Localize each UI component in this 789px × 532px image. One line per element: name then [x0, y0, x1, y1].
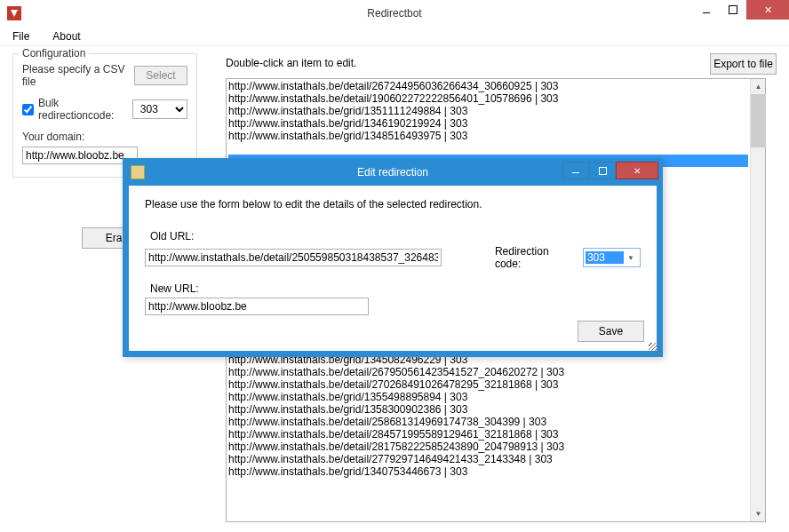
scroll-thumb[interactable]	[751, 94, 766, 147]
dialog-icon	[131, 165, 145, 179]
minimize-button[interactable]	[693, 0, 720, 20]
list-item[interactable]: http://www.instathals.be/detail/19060227…	[228, 92, 748, 105]
old-url-input[interactable]	[145, 249, 442, 266]
list-item[interactable]: http://www.instathals.be/detail/27792971…	[228, 453, 748, 465]
list-item[interactable]: http://www.instathals.be/detail/28457199…	[228, 428, 748, 441]
dialog-title: Edit redirection	[357, 166, 428, 179]
menu-file[interactable]: File	[9, 28, 33, 44]
config-group-title: Configuration	[19, 47, 89, 60]
close-button[interactable]	[746, 0, 789, 20]
dialog-instruction: Please use the form below to edit the de…	[145, 198, 641, 210]
new-url-label: New URL:	[150, 282, 641, 295]
list-item[interactable]: http://www.instathals.be/grid/1355498895…	[228, 391, 748, 403]
window-title: Redirectbot	[367, 7, 421, 20]
csv-label: Please specify a CSV file	[22, 63, 127, 88]
old-url-label: Old URL:	[150, 230, 641, 242]
list-item[interactable]: http://www.instathals.be/detail/25868131…	[228, 416, 748, 428]
dialog-titlebar[interactable]: Edit redirection	[124, 159, 662, 186]
scrollbar[interactable]: ▲ ▼	[750, 79, 765, 521]
menubar: File About	[0, 27, 789, 46]
app-icon	[7, 6, 21, 20]
list-item[interactable]: http://www.instathals.be/detail/27026849…	[228, 378, 748, 391]
list-item[interactable]: http://www.instathals.be/grid/1340753446…	[228, 465, 748, 478]
main-window: Redirectbot File About Configuration Ple…	[0, 0, 789, 532]
list-item[interactable]: http://www.instathals.be/detail/28175822…	[228, 441, 748, 453]
titlebar: Redirectbot	[0, 0, 789, 27]
maximize-button[interactable]	[720, 0, 746, 20]
save-button[interactable]: Save	[578, 321, 644, 342]
select-button[interactable]: Select	[134, 66, 187, 85]
list-item[interactable]: http://www.instathals.be/grid/1348516493…	[228, 130, 748, 142]
domain-input[interactable]	[22, 147, 138, 164]
menu-about[interactable]: About	[49, 28, 84, 44]
list-item[interactable]: http://www.instathals.be/grid/1358300902…	[228, 403, 748, 416]
chevron-down-icon: ▼	[624, 254, 638, 262]
scroll-up-arrow[interactable]: ▲	[751, 79, 766, 94]
list-item[interactable]	[228, 142, 748, 155]
window-controls	[693, 0, 789, 20]
dialog-maximize-button[interactable]	[589, 162, 616, 179]
dialog-minimize-button[interactable]	[562, 162, 589, 179]
list-item[interactable]: http://www.instathals.be/grid/1351111249…	[228, 105, 748, 117]
bulk-checkbox[interactable]	[22, 104, 34, 115]
list-item[interactable]: http://www.instathals.be/detail/26724495…	[228, 80, 748, 92]
redirection-code-combo[interactable]: 303 ▼	[583, 248, 641, 267]
list-item[interactable]: http://www.instathals.be/detail/26795056…	[228, 366, 748, 378]
redirection-code-label: Redirection code:	[495, 245, 574, 270]
instruction-label: Double-click an item to edit.	[226, 57, 356, 69]
scroll-down-arrow[interactable]: ▼	[751, 506, 766, 521]
list-item[interactable]: http://www.instathals.be/grid/1346190219…	[228, 117, 748, 130]
export-button[interactable]: Export to file	[710, 53, 777, 75]
dialog-close-button[interactable]	[616, 162, 658, 179]
new-url-input[interactable]	[145, 298, 369, 315]
bulk-label: Bulk redirectioncode:	[38, 97, 128, 122]
resize-grip[interactable]	[649, 343, 659, 353]
domain-label: Your domain:	[22, 131, 187, 143]
bulk-code-combo[interactable]: 303	[132, 99, 187, 119]
edit-redirection-dialog: Edit redirection Please use the form bel…	[123, 158, 663, 357]
